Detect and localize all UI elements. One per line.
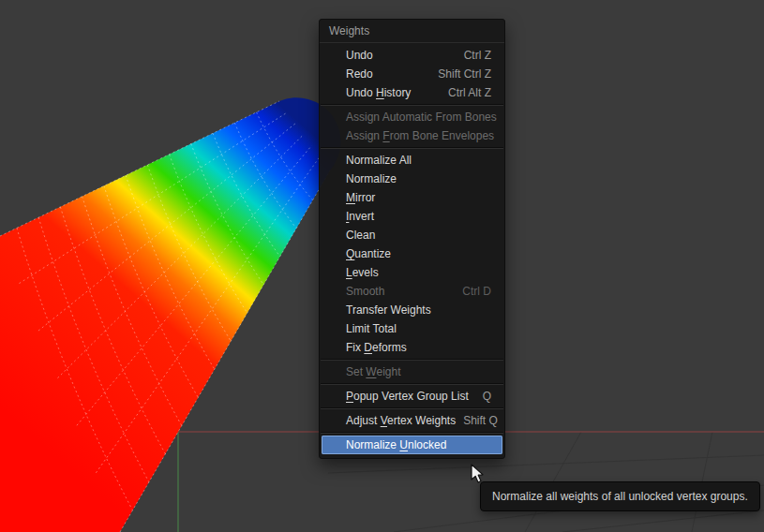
menu-item-shortcut: Ctrl Z: [457, 46, 491, 65]
weights-menu-items: UndoCtrl ZRedoShift Ctrl ZUndo HistoryCt…: [320, 46, 504, 454]
menu-title: Weights: [320, 20, 504, 43]
menu-item-label: Invert: [346, 207, 374, 226]
menu-item-assign-from-bone-envelopes: Assign From Bone Envelopes: [322, 126, 502, 145]
menu-item-shortcut: Ctrl D: [455, 282, 491, 301]
menu-item-label: Adjust Vertex Weights: [346, 411, 456, 430]
menu-item-label: Smooth: [346, 282, 384, 301]
menu-item-shortcut: Q: [475, 387, 491, 406]
menu-separator: [321, 383, 503, 385]
menu-item-shortcut: Shift Ctrl Z: [430, 65, 491, 83]
menu-item-label: Limit Total: [346, 319, 397, 338]
menu-item-normalize-unlocked[interactable]: Normalize Unlocked: [322, 436, 502, 454]
menu-item-undo[interactable]: UndoCtrl Z: [322, 46, 502, 65]
menu-item-label: Assign Automatic From Bones: [346, 108, 497, 126]
menu-item-levels[interactable]: Levels: [322, 263, 502, 282]
menu-item-label: Levels: [346, 263, 379, 282]
menu-item-popup-vertex-group-list[interactable]: Popup Vertex Group ListQ: [322, 387, 502, 406]
menu-item-label: Fix Deforms: [346, 338, 407, 357]
menu-item-normalize-all[interactable]: Normalize All: [322, 151, 502, 170]
menu-item-limit-total[interactable]: Limit Total: [322, 319, 502, 338]
weights-menu: Weights UndoCtrl ZRedoShift Ctrl ZUndo H…: [319, 19, 505, 459]
tooltip-text: Normalize all weights of all unlocked ve…: [492, 490, 748, 503]
menu-item-quantize[interactable]: Quantize: [322, 244, 502, 263]
menu-item-fix-deforms[interactable]: Fix Deforms: [322, 338, 502, 357]
menu-item-smooth: SmoothCtrl D: [322, 282, 502, 301]
mouse-arrow-cursor: [471, 464, 486, 490]
menu-item-shortcut: Shift Q: [456, 411, 498, 430]
menu-item-label: Transfer Weights: [346, 301, 431, 319]
menu-item-clean[interactable]: Clean: [322, 226, 502, 244]
menu-item-label: Undo: [346, 46, 373, 65]
menu-item-label: Assign From Bone Envelopes: [346, 126, 494, 145]
menu-item-label: Set Weight: [346, 362, 401, 381]
menu-item-assign-automatic-from-bones: Assign Automatic From Bones: [322, 108, 502, 126]
menu-separator: [321, 432, 503, 434]
menu-item-set-weight: Set Weight: [322, 362, 502, 381]
tooltip: Normalize all weights of all unlocked ve…: [480, 481, 760, 511]
menu-separator: [321, 104, 503, 106]
menu-item-normalize[interactable]: Normalize: [322, 170, 502, 188]
menu-item-label: Undo History: [346, 83, 411, 102]
menu-item-invert[interactable]: Invert: [322, 207, 502, 226]
menu-separator: [321, 359, 503, 361]
menu-separator: [321, 147, 503, 149]
menu-item-label: Popup Vertex Group List: [346, 387, 469, 406]
menu-item-transfer-weights[interactable]: Transfer Weights: [322, 301, 502, 319]
weight-painted-mesh[interactable]: [0, 97, 340, 532]
menu-item-label: Normalize: [346, 170, 397, 188]
menu-item-label: Clean: [346, 226, 375, 244]
menu-item-shortcut: Ctrl Alt Z: [441, 83, 491, 102]
menu-item-undo-history[interactable]: Undo HistoryCtrl Alt Z: [322, 83, 502, 102]
menu-separator: [321, 407, 503, 409]
menu-item-mirror[interactable]: Mirror: [322, 188, 502, 207]
menu-item-label: Normalize All: [346, 151, 412, 170]
menu-item-adjust-vertex-weights[interactable]: Adjust Vertex WeightsShift Q: [322, 411, 502, 430]
menu-item-redo[interactable]: RedoShift Ctrl Z: [322, 65, 502, 83]
menu-item-label: Mirror: [346, 188, 375, 207]
menu-item-label: Redo: [346, 65, 373, 83]
menu-item-label: Quantize: [346, 244, 391, 263]
menu-item-label: Normalize Unlocked: [346, 436, 446, 454]
